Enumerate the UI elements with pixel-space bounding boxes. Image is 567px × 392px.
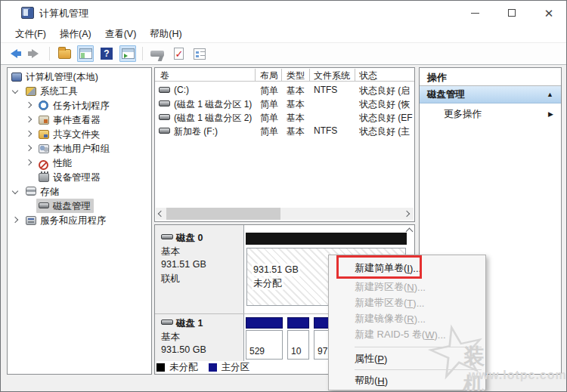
scroll-right-icon[interactable] bbox=[404, 211, 410, 217]
chevron-right-icon[interactable] bbox=[26, 102, 32, 108]
shared-folder-icon bbox=[39, 130, 49, 139]
chevron-right-icon[interactable] bbox=[26, 116, 32, 122]
column-separator bbox=[255, 69, 256, 81]
cell-status: 状态良好 (主 bbox=[359, 125, 410, 138]
menu-item-new-striped-volume: 新建带区卷(T)... bbox=[330, 295, 485, 310]
services-icon bbox=[26, 216, 36, 225]
device-manager-icon bbox=[39, 173, 49, 182]
unallocated-size: 931.51 GB bbox=[252, 264, 300, 276]
disk0-type: 基本 bbox=[161, 245, 180, 258]
menu-view[interactable]: 查看(V) bbox=[98, 26, 144, 42]
console-tree-panel: 计算机管理(本地) 系统工具 任务计划程序 事件查看器 共享文件夹 本地用户和组 bbox=[7, 67, 152, 375]
menu-item-properties[interactable]: 属性(P) bbox=[330, 351, 485, 366]
cell-type: 基本 bbox=[287, 125, 305, 138]
column-separator bbox=[281, 69, 282, 81]
collapse-icon[interactable]: ▲ bbox=[547, 91, 553, 98]
volume-row[interactable]: (磁盘 1 磁盘分区 1) 简单 基本 状态良好 (恢 bbox=[155, 97, 414, 110]
app-icon bbox=[21, 7, 34, 19]
clock-icon bbox=[39, 100, 48, 110]
graphical-view-icon bbox=[122, 48, 135, 59]
maximize-button[interactable] bbox=[494, 1, 529, 25]
help-button[interactable]: ? bbox=[98, 45, 115, 62]
check-document-button[interactable] bbox=[170, 45, 187, 62]
cell-layout: 简单 bbox=[260, 125, 278, 138]
column-volume[interactable]: 卷 bbox=[160, 69, 169, 82]
toolbar: ? bbox=[1, 42, 566, 65]
show-console-tree-button[interactable] bbox=[77, 45, 94, 62]
disk0-status: 联机 bbox=[161, 273, 180, 286]
scroll-left-icon[interactable] bbox=[158, 211, 164, 217]
partition-region[interactable]: 529 bbox=[246, 330, 283, 360]
scrollbar-thumb[interactable] bbox=[166, 208, 280, 220]
tool-button[interactable] bbox=[149, 45, 166, 62]
legend-primary-swatch bbox=[209, 363, 217, 372]
more-actions-item[interactable]: 更多操作 ▶ bbox=[420, 106, 561, 122]
maximize-icon bbox=[508, 9, 516, 17]
cell-type: 基本 bbox=[287, 85, 305, 97]
forward-button[interactable] bbox=[26, 45, 43, 62]
volume-icon bbox=[159, 87, 170, 93]
disk-icon bbox=[39, 202, 49, 208]
volume-list-header: 卷 布局 类型 文件系统 状态 bbox=[155, 68, 414, 82]
cell-type: 基本 bbox=[287, 112, 305, 125]
volume-row[interactable]: (磁盘 1 磁盘分区 2) 简单 基本 状态良好 (EF bbox=[155, 110, 414, 124]
volume-icon bbox=[159, 100, 170, 106]
tool-icon bbox=[150, 51, 164, 57]
console-tree-icon bbox=[79, 48, 92, 59]
actions-title: 操作 bbox=[427, 71, 447, 85]
show-graphical-view-button[interactable] bbox=[119, 45, 136, 62]
tools-icon bbox=[26, 87, 36, 96]
chevron-right-icon[interactable] bbox=[26, 131, 32, 137]
menu-bar: 文件(F) 操作(A) 查看(V) 帮助(H) bbox=[1, 26, 566, 42]
cell-filesystem: NTFS bbox=[314, 125, 337, 136]
volume-row[interactable]: (C:) 简单 基本 NTFS 状态良好 (启 bbox=[155, 83, 414, 97]
toolbar-separator bbox=[142, 47, 143, 60]
menu-action[interactable]: 操作(A) bbox=[53, 26, 98, 42]
folder-icon bbox=[58, 49, 71, 59]
computer-icon bbox=[11, 73, 22, 82]
cell-volume: (磁盘 1 磁盘分区 1) bbox=[174, 98, 252, 111]
check-document-icon bbox=[174, 48, 184, 60]
close-button[interactable]: ✕ bbox=[531, 1, 566, 25]
back-button[interactable] bbox=[5, 45, 22, 62]
menu-item-help[interactable]: 帮助(H) bbox=[330, 373, 485, 388]
chevron-right-icon[interactable] bbox=[26, 159, 32, 165]
section-label: 磁盘管理 bbox=[427, 88, 465, 101]
checklist-icon bbox=[194, 48, 206, 60]
minimize-button[interactable] bbox=[457, 1, 492, 25]
chevron-right-icon[interactable] bbox=[12, 217, 18, 223]
cell-volume: (磁盘 1 磁盘分区 2) bbox=[174, 112, 252, 125]
unallocated-strip bbox=[246, 233, 407, 245]
menu-file[interactable]: 文件(F) bbox=[8, 26, 53, 42]
menu-item-new-raid5-volume: 新建 RAID-5 卷(W)... bbox=[330, 327, 485, 342]
highlight-annotation-box bbox=[336, 255, 422, 279]
event-log-icon bbox=[39, 116, 49, 125]
chevron-down-icon[interactable] bbox=[12, 188, 18, 194]
disk-management-section-header[interactable]: 磁盘管理 ▲ bbox=[420, 86, 561, 103]
horizontal-scrollbar[interactable] bbox=[156, 208, 414, 220]
unallocated-state: 未分配 bbox=[252, 277, 284, 290]
disk1-name: 磁盘 1 bbox=[176, 317, 203, 330]
users-icon bbox=[39, 144, 49, 153]
column-status[interactable]: 状态 bbox=[359, 69, 377, 82]
volume-row[interactable]: 新加卷 (F:) 简单 基本 NTFS 状态良好 (主 bbox=[155, 124, 414, 137]
cell-volume: 新加卷 (F:) bbox=[174, 125, 218, 138]
tree-item-performance[interactable]: 性能 bbox=[8, 156, 17, 170]
chevron-down-icon[interactable] bbox=[12, 88, 18, 94]
cell-volume: (C:) bbox=[174, 85, 189, 95]
column-layout[interactable]: 布局 bbox=[260, 69, 278, 82]
column-filesystem[interactable]: 文件系统 bbox=[314, 69, 350, 82]
export-list-button[interactable] bbox=[56, 45, 73, 62]
disk0-name: 磁盘 0 bbox=[176, 232, 203, 245]
column-type[interactable]: 类型 bbox=[287, 69, 305, 82]
menu-help[interactable]: 帮助(H) bbox=[143, 26, 188, 42]
disk0-size: 931.51 GB bbox=[161, 259, 206, 270]
disk1-size: 931.50 GB bbox=[161, 344, 206, 355]
scroll-up-icon[interactable] bbox=[406, 228, 414, 236]
forward-icon bbox=[32, 49, 39, 58]
chevron-right-icon[interactable] bbox=[26, 145, 32, 151]
menu-item-new-mirrored-volume: 新建镜像卷(R)... bbox=[330, 311, 485, 326]
checklist-button[interactable] bbox=[191, 45, 208, 62]
volume-icon bbox=[159, 128, 170, 134]
partition-region[interactable]: 10 bbox=[287, 330, 309, 360]
